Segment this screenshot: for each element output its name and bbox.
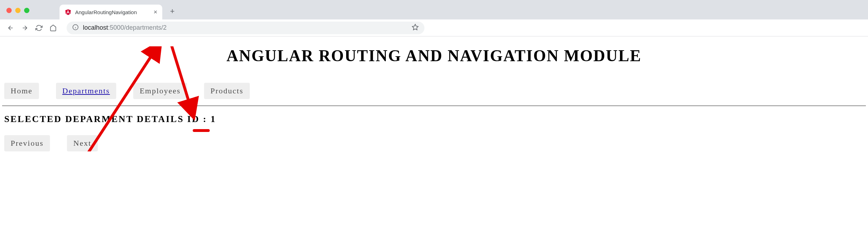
new-tab-button[interactable]: + <box>170 7 175 16</box>
reload-button[interactable] <box>33 22 45 34</box>
previous-button[interactable]: Previous <box>4 135 50 151</box>
nav-products[interactable]: Products <box>204 83 250 99</box>
separator <box>2 105 866 106</box>
nav-departments-link[interactable]: Departments <box>62 86 110 95</box>
page-title: ANGULAR ROUTING AND NAVIGATION MODULE <box>2 46 866 65</box>
page-content: ANGULAR ROUTING AND NAVIGATION MODULE Ho… <box>0 46 868 151</box>
forward-button[interactable] <box>19 22 30 34</box>
detail-heading: SELECTED DEPARMENT DETAILS ID : 1 <box>4 114 866 125</box>
url-host: localhost <box>83 24 108 31</box>
tab-title: AngularRoutingNavigation <box>75 9 143 15</box>
home-button[interactable] <box>47 22 59 34</box>
action-row: Previous Next <box>2 135 866 151</box>
svg-marker-1 <box>68 9 71 15</box>
window-controls <box>6 8 29 13</box>
detail-label: SELECTED DEPARMENT DETAILS ID : <box>4 114 210 124</box>
window-minimize-button[interactable] <box>15 8 21 13</box>
browser-tab[interactable]: AngularRoutingNavigation × <box>60 5 162 19</box>
tab-close-icon[interactable]: × <box>153 8 157 16</box>
url-path: :5000/departments/2 <box>108 24 167 31</box>
bookmark-star-icon[interactable] <box>412 24 419 32</box>
window-maximize-button[interactable] <box>24 8 29 13</box>
browser-tab-strip: AngularRoutingNavigation × + <box>0 0 868 19</box>
nav-employees[interactable]: Employees <box>133 83 187 99</box>
nav-home[interactable]: Home <box>4 83 39 99</box>
svg-marker-5 <box>412 24 418 30</box>
address-bar[interactable]: localhost:5000/departments/2 <box>67 22 424 34</box>
nav-departments[interactable]: Departments <box>56 83 116 99</box>
site-info-icon[interactable] <box>72 24 79 32</box>
nav-row: Home Departments Employees Products <box>2 83 866 99</box>
back-button[interactable] <box>5 22 16 34</box>
next-button[interactable]: Next <box>67 135 98 151</box>
browser-toolbar: localhost:5000/departments/2 <box>0 19 868 36</box>
detail-id: 1 <box>210 114 216 124</box>
window-close-button[interactable] <box>6 8 12 13</box>
url-text: localhost:5000/departments/2 <box>83 24 167 31</box>
angular-favicon <box>64 8 72 16</box>
